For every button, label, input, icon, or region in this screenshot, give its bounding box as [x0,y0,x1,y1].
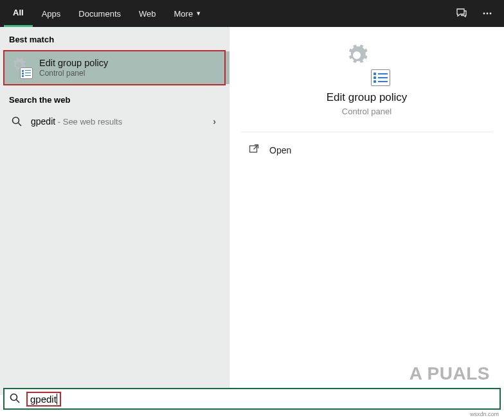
web-query: gpedit [31,116,55,127]
tab-web[interactable]: Web [130,0,165,27]
tab-label: All [13,8,24,17]
result-title: Edit group policy [39,58,217,68]
tab-documents[interactable]: Documents [69,0,130,27]
search-box[interactable]: gpedit [3,388,501,410]
svg-line-4 [19,123,22,127]
tab-label: Apps [42,9,61,19]
tab-label: More [174,9,194,19]
top-tab-bar: All Apps Documents Web More ▼ [0,0,504,27]
watermark-site: wsxdn.com [470,411,499,417]
more-options-icon[interactable] [474,0,500,27]
search-icon [9,116,24,127]
svg-point-0 [483,13,485,15]
search-input-value: gpedit [30,394,57,405]
feedback-icon[interactable] [449,0,474,27]
action-open[interactable]: Open [230,132,504,168]
result-edit-group-policy[interactable]: Edit group policy Control panel [3,50,226,85]
open-icon [248,144,260,156]
tab-all[interactable]: All [4,0,33,27]
search-icon [10,393,20,405]
result-subtitle: Control panel [39,69,217,78]
tab-label: Documents [78,9,121,19]
heading-search-web: Search the web [0,87,229,109]
svg-line-7 [17,399,20,403]
results-pane: Best match Edit group policy Control pan… [0,27,229,395]
control-panel-icon [349,46,385,82]
search-input-highlight: gpedit [26,392,61,407]
text-cursor [57,394,57,405]
web-result-text: gpedit - See web results [31,116,209,127]
chevron-down-icon: ▼ [195,10,201,17]
preview-subtitle: Control panel [342,107,392,116]
action-label: Open [269,145,291,155]
heading-best-match: Best match [0,27,229,48]
web-suffix: - See web results [55,117,122,127]
svg-point-2 [490,13,492,15]
svg-point-1 [487,13,489,15]
svg-point-6 [11,394,17,400]
web-result-gpedit[interactable]: gpedit - See web results › [0,109,229,134]
preview-header: Edit group policy Control panel [241,27,492,132]
control-panel-icon [12,58,32,78]
selection-accent [226,51,230,84]
tab-more[interactable]: More ▼ [165,0,211,27]
watermark-logo: A PUALS [410,363,490,384]
tab-apps[interactable]: Apps [33,0,70,27]
chevron-right-icon[interactable]: › [209,116,220,127]
tab-label: Web [139,9,156,19]
preview-title: Edit group policy [327,91,408,104]
preview-pane: Edit group policy Control panel Open [229,27,504,395]
svg-point-3 [13,118,19,124]
